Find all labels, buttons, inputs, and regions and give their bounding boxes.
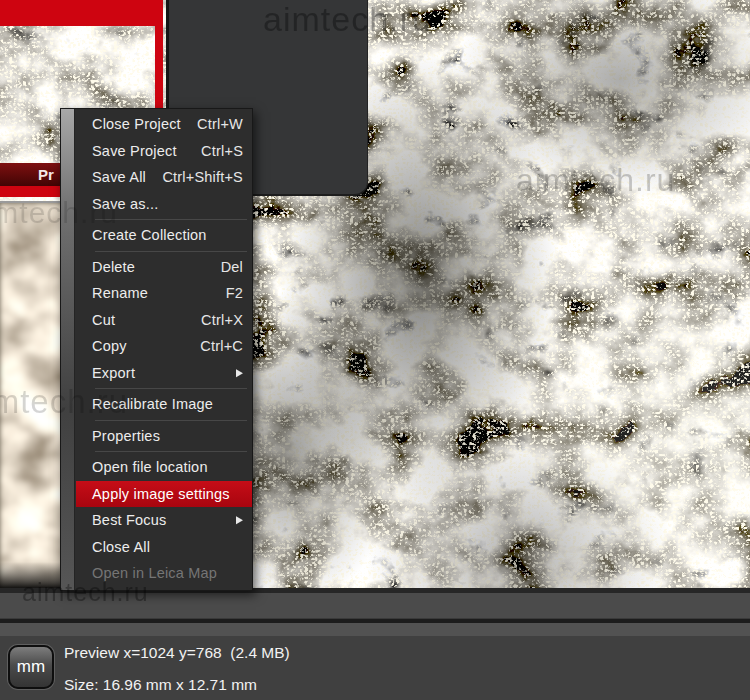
menu-separator: [95, 388, 247, 389]
menu-item-label: Cut: [92, 307, 115, 334]
menu-item-label: Open file location: [92, 454, 208, 481]
menu-item-shortcut: Ctrl+X: [201, 307, 243, 334]
context-menu-icon-strip: [61, 109, 75, 590]
menu-item-export[interactable]: Export▶: [76, 360, 252, 387]
menu-item-close-project[interactable]: Close ProjectCtrl+W: [76, 111, 252, 138]
menu-item-label: Open in Leica Map: [92, 560, 217, 587]
preview-info-text: Preview x=1024 y=768 (2.4 MB): [64, 644, 290, 662]
menu-item-cut[interactable]: CutCtrl+X: [76, 307, 252, 334]
menu-item-save-project[interactable]: Save ProjectCtrl+S: [76, 138, 252, 165]
menu-item-shortcut: F2: [226, 280, 243, 307]
status-bar: mm Preview x=1024 y=768 (2.4 MB) Size: 1…: [0, 636, 750, 700]
context-menu: Close ProjectCtrl+WSave ProjectCtrl+SSav…: [60, 108, 253, 591]
context-menu-items: Close ProjectCtrl+WSave ProjectCtrl+SSav…: [76, 111, 252, 587]
menu-item-close-all[interactable]: Close All: [76, 534, 252, 561]
menu-item-label: Rename: [92, 280, 148, 307]
menu-item-label: Copy: [92, 333, 127, 360]
menu-item-apply-image-settings[interactable]: Apply image settings: [76, 481, 252, 508]
menu-item-label: Close Project: [92, 111, 181, 138]
menu-item-label: Best Focus: [92, 507, 167, 534]
menu-item-copy[interactable]: CopyCtrl+C: [76, 333, 252, 360]
menu-item-best-focus[interactable]: Best Focus▶: [76, 507, 252, 534]
menu-item-save-as[interactable]: Save as...: [76, 191, 252, 218]
menu-item-label: Delete: [92, 254, 135, 281]
menu-item-open-in-leica-map: Open in Leica Map: [76, 560, 252, 587]
menu-item-label: Save as...: [92, 191, 158, 218]
menu-separator: [95, 219, 247, 220]
menu-item-shortcut: Ctrl+S: [201, 138, 243, 165]
menu-separator: [95, 451, 247, 452]
menu-item-shortcut: Ctrl+C: [200, 333, 243, 360]
bottom-toolbar-strip: [0, 593, 750, 619]
menu-item-shortcut: Ctrl+W: [197, 111, 243, 138]
menu-item-recalibrate-image[interactable]: Recalibrate Image: [76, 391, 252, 418]
menu-item-label: Save Project: [92, 138, 177, 165]
menu-item-label: Save All: [92, 164, 146, 191]
unit-toggle-button[interactable]: mm: [8, 645, 54, 689]
menu-item-label: Recalibrate Image: [92, 391, 213, 418]
menu-item-rename[interactable]: RenameF2: [76, 280, 252, 307]
menu-item-label: Properties: [92, 423, 160, 450]
menu-item-delete[interactable]: DeleteDel: [76, 254, 252, 281]
menu-item-create-collection[interactable]: Create Collection: [76, 222, 252, 249]
menu-item-shortcut: Del: [221, 254, 243, 281]
leica-application-window: Pr Close ProjectCtrl+WSave ProjectCtrl+S…: [0, 0, 750, 700]
toolbar-lower-strip: [0, 623, 750, 636]
menu-item-label: Apply image settings: [92, 481, 230, 508]
menu-separator: [95, 251, 247, 252]
menu-item-label: Export: [92, 360, 135, 387]
submenu-arrow-icon: ▶: [236, 505, 243, 535]
menu-item-properties[interactable]: Properties: [76, 423, 252, 450]
submenu-arrow-icon: ▶: [236, 358, 243, 388]
menu-item-save-all[interactable]: Save AllCtrl+Shift+S: [76, 164, 252, 191]
menu-item-shortcut: Ctrl+Shift+S: [162, 164, 243, 191]
menu-item-label: Close All: [92, 534, 150, 561]
menu-separator: [95, 420, 247, 421]
menu-item-open-file-location[interactable]: Open file location: [76, 454, 252, 481]
size-info-text: Size: 16.96 mm x 12.71 mm: [64, 676, 257, 694]
menu-item-label: Create Collection: [92, 222, 207, 249]
